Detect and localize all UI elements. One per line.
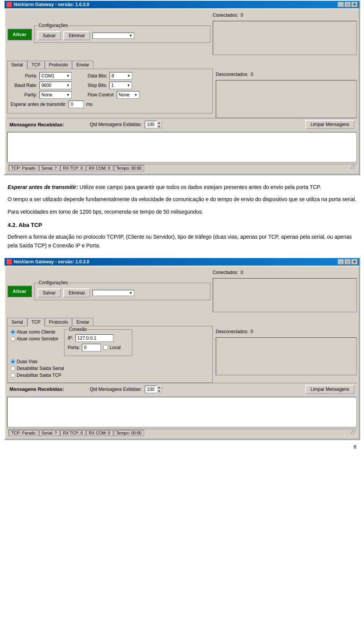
- radio-servidor[interactable]: [11, 337, 15, 341]
- radio-desabilitar-serial[interactable]: [11, 366, 15, 371]
- statusbar-1: TCP: Parado Serial: ? RX TCP: 0 RX COM: …: [7, 164, 357, 172]
- stopbits-dropdown-1[interactable]: 1 ▼: [109, 82, 132, 89]
- maximize-button-2[interactable]: □: [345, 259, 351, 264]
- minimize-button[interactable]: _: [338, 2, 344, 7]
- databits-dropdown-1[interactable]: 8 ▼: [110, 72, 132, 80]
- porta-conexao-input[interactable]: [82, 344, 101, 351]
- flowcontrol-label-1: Flow Control:: [88, 92, 115, 98]
- article: Esperar antes de transmitir: Utilize est…: [0, 175, 364, 257]
- spin-up-1[interactable]: ▲: [157, 121, 162, 124]
- databits-label-1: Data Bits:: [88, 73, 107, 79]
- connected-box-2: [213, 278, 357, 312]
- resize-handle-1: ╱╱: [351, 165, 355, 171]
- tab-tcp-2[interactable]: TCP: [27, 318, 45, 326]
- tcp-radio-group: Atuar como Cliente Atuar como Servidor: [11, 329, 58, 343]
- flowcontrol-dropdown-1[interactable]: None ▼: [117, 91, 140, 99]
- limpar-button-2[interactable]: Limpar Mensagens: [305, 385, 355, 394]
- esperar-input-1[interactable]: [69, 101, 84, 108]
- maximize-button[interactable]: □: [345, 2, 351, 7]
- window2: NetAlarm Gateway - versão: 1.0.3.0 _ □ ✕…: [4, 257, 360, 440]
- ativar-button-2[interactable]: Ativar: [7, 285, 32, 297]
- app-icon-2: [6, 259, 12, 264]
- radio-duas-vias[interactable]: [11, 359, 15, 364]
- parity-dropdown-1[interactable]: None ▼: [39, 91, 72, 99]
- ativar-button-1[interactable]: Ativar: [7, 28, 32, 40]
- databits-value-1: 8: [111, 73, 114, 79]
- desconectados-label-1: Desconectados:: [216, 70, 248, 79]
- salvar-button-2[interactable]: Salvar: [38, 288, 61, 297]
- page-number: 6: [354, 444, 356, 450]
- radio-servidor-label[interactable]: Atuar como Servidor: [11, 336, 58, 342]
- radio-cliente[interactable]: [11, 330, 15, 334]
- title-bar-1: NetAlarm Gateway - versão: 1.0.3.0 _ □ ✕: [5, 1, 359, 8]
- spin-down-2[interactable]: ▼: [157, 389, 162, 393]
- config-legend-1: Configurações: [38, 23, 69, 28]
- limpar-button-1[interactable]: Limpar Mensagens: [305, 120, 355, 129]
- qty-spinner-2[interactable]: ▲ ▼: [145, 386, 162, 393]
- tab-serial-1[interactable]: Serial: [7, 61, 27, 69]
- ip-row: IP:: [67, 334, 129, 342]
- window2-body: Ativar Configurações Salvar Eliminar ▼: [5, 266, 359, 439]
- tempo-status-1: Tempo: 00:00: [114, 165, 144, 171]
- close-button[interactable]: ✕: [351, 2, 358, 7]
- tab-area-2: Serial TCP Protocolo Enviar Atuar como C…: [7, 316, 213, 383]
- right-panel-mid-1: Desconectados: 0: [213, 59, 357, 118]
- title-left-2: NetAlarm Gateway - versão: 1.0.3.0: [6, 259, 89, 264]
- tab-protocolo-2[interactable]: Protocolo: [45, 318, 72, 326]
- radio-desabilitar-serial-label[interactable]: Desabilitar Saida Serial: [11, 366, 209, 371]
- minimize-button-2[interactable]: _: [338, 259, 344, 264]
- title-buttons-2: _ □ ✕: [338, 259, 358, 264]
- baudrate-label-1: Baud Rate:: [11, 83, 37, 88]
- config-dropdown-1[interactable]: ▼: [93, 33, 134, 39]
- radio-duas-vias-label[interactable]: Duas Vias: [11, 359, 209, 364]
- spin-up-2[interactable]: ▲: [157, 386, 162, 389]
- config-dropdown-2[interactable]: ▼: [93, 290, 134, 296]
- tab-bar-2: Serial TCP Protocolo Enviar: [7, 318, 213, 326]
- parity-row-1: Parity: None ▼ Flow Control: None ▼: [11, 91, 209, 99]
- tab-enviar-2[interactable]: Enviar: [72, 318, 93, 326]
- config-box-2: Configurações Salvar Eliminar ▼: [34, 283, 210, 300]
- eliminar-button-1[interactable]: Eliminar: [63, 31, 90, 40]
- rxcom-status-1: RX COM: 0: [86, 165, 113, 171]
- qty-spinner-1[interactable]: ▲ ▼: [145, 121, 162, 128]
- disconnected-box-2: [216, 337, 357, 375]
- porta-dropdown-1[interactable]: COM1 ▼: [39, 72, 72, 80]
- tab-section-2: Serial TCP Protocolo Enviar Atuar como C…: [7, 316, 357, 383]
- spin-down-1[interactable]: ▼: [157, 124, 162, 128]
- baudrate-dropdown-1[interactable]: 9600 ▼: [39, 82, 72, 89]
- rxtcp-status-1: RX TCP: 0: [60, 165, 85, 171]
- baudrate-value-1: 9600: [41, 83, 52, 88]
- window1: NetAlarm Gateway - versão: 1.0.3.0 _ □ ✕…: [4, 0, 360, 175]
- radio-desabilitar-tcp-label[interactable]: Desabilitar Saida TCP: [11, 373, 209, 378]
- radio-duas-vias-text: Duas Vias: [17, 359, 37, 364]
- esperar-row-1: Esperar antes de transmitir: ms.: [11, 101, 209, 108]
- esperar-unit-1: ms.: [86, 102, 93, 107]
- spinner-buttons-2: ▲ ▼: [157, 386, 162, 393]
- radio-desabilitar-tcp[interactable]: [11, 373, 15, 378]
- local-checkbox[interactable]: [103, 345, 108, 350]
- tab-enviar-1[interactable]: Enviar: [72, 61, 93, 69]
- flowcontrol-dropdown-arrow-1: ▼: [134, 93, 138, 97]
- porta-dropdown-arrow-1: ▼: [66, 74, 70, 78]
- close-button-2[interactable]: ✕: [351, 259, 358, 264]
- local-checkbox-label[interactable]: Local: [103, 345, 121, 350]
- tab-serial-2[interactable]: Serial: [7, 318, 27, 326]
- ip-input[interactable]: [75, 334, 113, 342]
- tab-tcp-1[interactable]: TCP: [27, 61, 45, 69]
- article-para4: Definem a forma de atuação no protocolo …: [8, 233, 356, 250]
- article-para1-rest: Utilize este campo para garantir que tod…: [80, 184, 321, 190]
- window2-title: NetAlarm Gateway - versão: 1.0.3.0: [14, 259, 89, 264]
- tcp-status-2: TCP: Parado: [9, 430, 38, 436]
- parity-dropdown-arrow-1: ▼: [66, 93, 70, 97]
- parity-value-1: None: [41, 92, 52, 98]
- config-legend-2: Configurações: [38, 280, 69, 285]
- stopbits-dropdown-arrow-1: ▼: [127, 83, 130, 87]
- desconectados-value-2: 0: [251, 327, 253, 336]
- right-panel-2: Conectados: 0: [213, 268, 357, 315]
- radio-cliente-label[interactable]: Atuar como Cliente: [11, 329, 58, 335]
- eliminar-button-2[interactable]: Eliminar: [63, 288, 90, 297]
- tab-protocolo-1[interactable]: Protocolo: [45, 61, 72, 69]
- salvar-button-1[interactable]: Salvar: [38, 31, 61, 40]
- dropdown-arrow-1: ▼: [129, 34, 132, 38]
- ip-label: IP:: [67, 335, 73, 341]
